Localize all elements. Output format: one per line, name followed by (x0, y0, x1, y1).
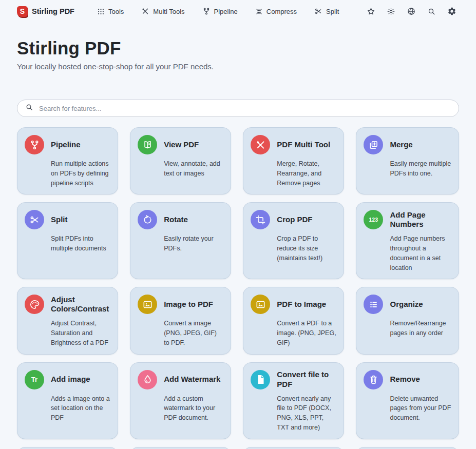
nav-item-label: Tools (108, 8, 124, 15)
card-description: Split PDFs into multiple documents (51, 234, 110, 253)
card-description: Add Page numbers throughout a document i… (390, 234, 451, 272)
nav-item-pipeline[interactable]: Pipeline (202, 7, 238, 15)
favourite-star-icon[interactable] (367, 7, 375, 16)
trash-icon (364, 370, 383, 389)
water-drop-icon (138, 370, 157, 389)
page-numbers-123-icon: 123 (364, 210, 383, 229)
feature-card-remove-password[interactable]: Remove Password Remove password protecti… (130, 447, 231, 449)
card-title: Split (51, 215, 68, 225)
card-description: Convert nearly any file to PDF (DOCX, PN… (277, 394, 336, 433)
card-title: Pipeline (51, 140, 81, 150)
card-title: Add Watermark (164, 375, 220, 384)
tools-icon (251, 135, 270, 154)
feature-card-split[interactable]: Split Split PDFs into multiple documents (17, 202, 118, 279)
card-title: Crop PDF (277, 215, 312, 225)
nav-item-label: Compress (266, 8, 297, 15)
nav-menu: Tools Multi Tools Pipeline Compress Spli… (97, 7, 339, 15)
feature-card-add-page-numbers[interactable]: 123 Add Page Numbers Add Page numbers th… (356, 202, 459, 279)
feature-card-compress[interactable]: Compress Compress PDFs to reduce their f… (243, 447, 344, 449)
card-title: PDF Multi Tool (277, 140, 330, 150)
card-title: Rotate (164, 215, 188, 225)
card-description: Remove/Rearrange pages in any order (390, 319, 451, 338)
top-navbar: S Stirling PDF Tools Multi Tools Pipelin… (0, 0, 476, 18)
card-description: Easily merge multiple PDFs into one. (390, 159, 451, 179)
nav-item-label: Multi Tools (153, 8, 184, 15)
stirling-logo-icon: S (17, 6, 28, 17)
card-title: Convert file to PDF (277, 370, 336, 389)
feature-card-remove[interactable]: Remove Delete unwanted pages from your P… (356, 362, 459, 439)
card-title: PDF to Image (277, 300, 326, 309)
feature-card-pdf-multi-tool[interactable]: PDF Multi Tool Merge, Rotate, Rearrange,… (243, 127, 344, 194)
nav-item-multi-tools[interactable]: Multi Tools (141, 7, 184, 15)
feature-grid: Pipeline Run multiple actions on PDFs by… (17, 127, 459, 449)
nav-item-split[interactable]: Split (314, 7, 339, 15)
card-description: Easily rotate your PDFs. (164, 234, 223, 253)
tools-icon (141, 7, 149, 15)
card-title: Image to PDF (164, 300, 213, 309)
card-description: Merge, Rotate, Rearrange, and Remove pag… (277, 159, 336, 188)
card-description: Adds a image onto a set location on the … (51, 394, 110, 423)
feature-card-crop-pdf[interactable]: Crop PDF Crop a PDF to reduce its size (… (243, 202, 344, 279)
page-title: Stirling PDF (17, 38, 459, 58)
nav-item-tools[interactable]: Tools (97, 7, 124, 15)
merge-pages-icon (364, 135, 383, 154)
feature-card-convert-file-to-pdf[interactable]: Convert file to PDF Convert nearly any f… (243, 362, 344, 439)
rotate-arrow-icon (138, 210, 157, 229)
pipeline-icon (25, 135, 44, 154)
card-title: Add Page Numbers (390, 210, 451, 230)
card-description: Add a custom watermark to your PDF docum… (164, 394, 223, 423)
feature-card-pipeline[interactable]: Pipeline Run multiple actions on PDFs by… (17, 127, 118, 194)
file-icon (251, 370, 270, 389)
card-description: Crop a PDF to reduce its size (maintains… (277, 234, 336, 263)
nav-item-compress[interactable]: Compress (255, 7, 297, 15)
open-book-icon (138, 135, 157, 154)
nav-actions (367, 7, 456, 16)
card-title: Merge (390, 140, 412, 150)
scissors-icon (314, 7, 322, 15)
scissors-icon (25, 210, 44, 229)
card-description: Adjust Contrast, Saturation and Brightne… (51, 319, 110, 347)
card-description: Run multiple actions on PDFs by defining… (51, 159, 110, 188)
feature-card-view-pdf[interactable]: View PDF View, annotate, add text or ima… (130, 127, 231, 194)
crop-icon (251, 210, 270, 229)
card-description: Convert a image (PNG, JPEG, GIF) to PDF. (164, 319, 223, 347)
page-subtitle: Your locally hosted one-stop-shop for al… (17, 62, 459, 71)
feature-card-image-to-pdf[interactable]: Image to PDF Convert a image (PNG, JPEG,… (130, 287, 231, 354)
search-input[interactable] (39, 105, 451, 112)
text-tr-icon: Tr (25, 370, 44, 389)
card-title: View PDF (164, 140, 199, 150)
card-title: Organize (390, 300, 423, 309)
feature-card-rotate[interactable]: Rotate Easily rotate your PDFs. (130, 202, 231, 279)
card-description: Delete unwanted pages from your PDF docu… (390, 394, 451, 423)
feature-card-pdf-to-image[interactable]: PDF to Image Convert a PDF to a image. (… (243, 287, 344, 354)
feature-card-add-image[interactable]: Tr Add image Adds a image onto a set loc… (17, 362, 118, 439)
pipeline-icon (202, 7, 211, 15)
feature-card-adjust-colors-contrast[interactable]: Adjust Colors/Contrast Adjust Contrast, … (17, 287, 118, 354)
feature-card-add-password[interactable]: Add Password Encrypt your PDF document w… (17, 447, 118, 449)
nav-item-label: Split (326, 8, 339, 15)
apps-grid-icon (97, 8, 105, 15)
feature-card-add-watermark[interactable]: Add Watermark Add a custom watermark to … (130, 362, 231, 439)
feature-card-change-metadata[interactable]: Change Metadata Change/Remove/Add metada… (356, 447, 459, 449)
settings-gear-icon[interactable] (447, 7, 456, 16)
image-icon (251, 295, 270, 314)
card-title: Add image (51, 375, 90, 384)
brand-name: Stirling PDF (32, 7, 74, 15)
language-globe-icon[interactable] (407, 7, 416, 16)
theme-sun-icon[interactable] (387, 7, 395, 16)
card-title: Adjust Colors/Contrast (51, 295, 110, 315)
card-description: View, annotate, add text or images (164, 159, 223, 179)
main-content: Stirling PDF Your locally hosted one-sto… (0, 38, 476, 449)
card-title: Remove (390, 375, 420, 384)
card-description: Convert a PDF to a image. (PNG, JPEG, GI… (277, 319, 336, 347)
image-icon (138, 295, 157, 314)
compress-arrows-icon (255, 8, 263, 15)
brand[interactable]: S Stirling PDF (17, 6, 74, 17)
search-icon[interactable] (427, 7, 436, 16)
feature-card-organize[interactable]: Organize Remove/Rearrange pages in any o… (356, 287, 459, 354)
feature-search-bar[interactable] (17, 100, 459, 117)
search-icon (25, 103, 33, 113)
palette-icon (25, 295, 44, 314)
feature-card-merge[interactable]: Merge Easily merge multiple PDFs into on… (356, 127, 459, 194)
bullet-list-icon (364, 295, 383, 314)
